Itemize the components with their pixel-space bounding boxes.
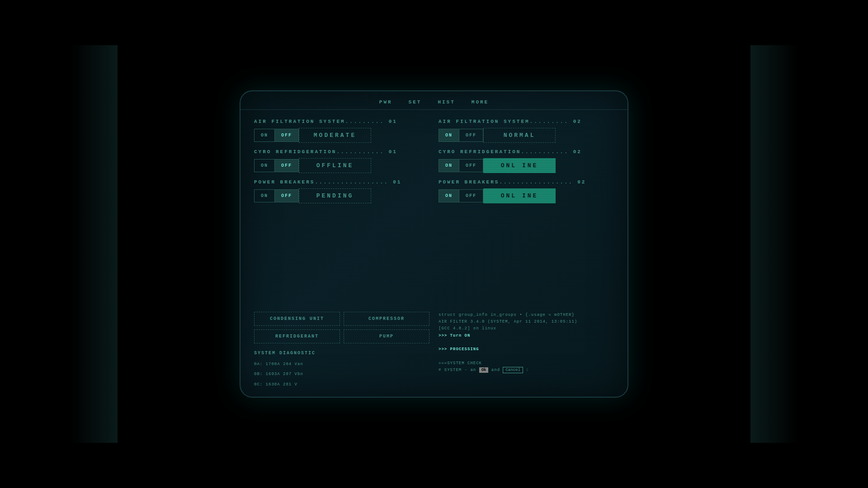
power-breakers-01: POWER BREAKERS................. 01 ON OF… <box>254 179 429 203</box>
terminal-line-5 <box>439 339 614 346</box>
cyro-refridgeration-01-off[interactable]: OFF <box>274 159 299 172</box>
side-panel-left <box>0 0 118 488</box>
air-filtration-02-off[interactable]: OFF <box>459 129 483 142</box>
air-filtration-02-on[interactable]: ON <box>439 129 459 142</box>
terminal-and: and <box>488 368 503 372</box>
compressor-btn[interactable]: COMPRESSOR <box>344 312 429 326</box>
power-breakers-02-status: ONL INE <box>483 188 556 203</box>
terminal-screen: PWR SET HIST MORE AIR FILTRATION SYSTEM.… <box>240 90 628 398</box>
power-breakers-02-title: POWER BREAKERS................. 02 <box>439 179 614 185</box>
power-breakers-02: POWER BREAKERS................. 02 ON OF… <box>439 179 614 203</box>
terminal-line-3: [GCC 4.8.2] on linux <box>439 325 614 332</box>
diagnostic-line-0: 0A: 1700A 284 Van <box>254 361 429 367</box>
refridgerant-btn[interactable]: REFRIDGERANT <box>254 329 340 343</box>
cyro-refridgeration-01-on[interactable]: ON <box>254 159 274 172</box>
power-breakers-01-controls: ON OFF PENDING <box>254 188 429 203</box>
diagnostic-title: SYSTEM DIAGNOSTIC <box>254 351 429 356</box>
bottom-left: CONDENSING UNIT COMPRESSOR REFRIDGERANT … <box>254 312 429 388</box>
nav-hist[interactable]: HIST <box>438 99 455 105</box>
air-filtration-02: AIR FILTRATION SYSTEM......... 02 ON OFF… <box>439 119 614 143</box>
air-filtration-01-off[interactable]: OFF <box>274 129 299 142</box>
terminal-line-9: # SYSTEM - an Ok and Cancel : <box>439 367 614 374</box>
air-filtration-02-status: NORMAL <box>483 128 556 143</box>
power-breakers-01-status: PENDING <box>299 188 371 203</box>
air-filtration-02-controls: ON OFF NORMAL <box>439 128 614 143</box>
air-filtration-01-status: MODERATE <box>299 128 371 143</box>
power-breakers-02-off[interactable]: OFF <box>459 189 483 202</box>
diagnostic-line-2: 0C: 1630A 281 V <box>254 381 429 388</box>
air-filtration-01-controls: ON OFF MODERATE <box>254 128 429 143</box>
cyro-refridgeration-01-status: OFFLINE <box>299 158 371 173</box>
cyro-refridgeration-02-status: ONL INE <box>483 158 556 173</box>
top-bar <box>0 0 868 45</box>
cyro-refridgeration-02-on[interactable]: ON <box>439 159 459 172</box>
terminal-log: struct group_info in_groups • {.usage = … <box>439 312 614 374</box>
cancel-button[interactable]: Cancel <box>503 367 523 373</box>
cyro-refridgeration-01: CYRO REFRIDGERATION........... 01 ON OFF… <box>254 149 429 173</box>
cyro-refridgeration-01-controls: ON OFF OFFLINE <box>254 158 429 173</box>
power-breakers-02-controls: ON OFF ONL INE <box>439 188 614 203</box>
power-breakers-01-off[interactable]: OFF <box>274 189 299 202</box>
right-column: AIR FILTRATION SYSTEM......... 02 ON OFF… <box>439 119 614 303</box>
nav-set[interactable]: SET <box>409 99 422 105</box>
cyro-refridgeration-01-title: CYRO REFRIDGERATION........... 01 <box>254 149 429 155</box>
terminal-system-pre: # SYSTEM - an <box>439 368 479 372</box>
bottom-bar <box>0 443 868 488</box>
condensing-unit-btn[interactable]: CONDENSING UNIT <box>254 312 340 326</box>
main-content: AIR FILTRATION SYSTEM......... 01 ON OFF… <box>241 110 627 312</box>
side-panel-right <box>750 0 868 488</box>
air-filtration-01-title: AIR FILTRATION SYSTEM......... 01 <box>254 119 429 124</box>
air-filtration-01: AIR FILTRATION SYSTEM......... 01 ON OFF… <box>254 119 429 143</box>
cyro-refridgeration-02-title: CYRO REFRIDGERATION........... 02 <box>439 149 614 155</box>
terminal-line-4: >>> Turn ON <box>439 333 614 339</box>
ok-button[interactable]: Ok <box>479 367 489 373</box>
left-column: AIR FILTRATION SYSTEM......... 01 ON OFF… <box>254 119 429 303</box>
scene: PWR SET HIST MORE AIR FILTRATION SYSTEM.… <box>0 0 868 488</box>
terminal-log-section: struct group_info in_groups • {.usage = … <box>439 312 614 388</box>
power-breakers-01-on[interactable]: ON <box>254 189 274 202</box>
terminal-line-6: >>> PROCESSING <box>439 346 614 353</box>
power-breakers-02-on[interactable]: ON <box>439 189 459 202</box>
pump-btn[interactable]: PUMP <box>344 329 429 343</box>
nav-bar: PWR SET HIST MORE <box>241 91 627 110</box>
air-filtration-02-title: AIR FILTRATION SYSTEM......... 02 <box>439 119 614 124</box>
cyro-refridgeration-02: CYRO REFRIDGERATION........... 02 ON OFF… <box>439 149 614 173</box>
diagnostic-line-1: 0B: 1693A 287 Vbn <box>254 371 429 377</box>
terminal-line-1: struct group_info in_groups • {.usage = … <box>439 312 614 319</box>
bottom-section: CONDENSING UNIT COMPRESSOR REFRIDGERANT … <box>241 312 627 397</box>
cyro-refridgeration-02-controls: ON OFF ONL INE <box>439 158 614 173</box>
air-filtration-01-on[interactable]: ON <box>254 129 274 142</box>
terminal-line-2: AIR FILTER 3.4.0 (SYSTEM, Apr 11 2014, 1… <box>439 319 614 325</box>
terminal-line-7 <box>439 353 614 360</box>
cyro-refridgeration-02-off[interactable]: OFF <box>459 159 483 172</box>
terminal-line-8: ===SYSTEM CHECK <box>439 360 614 367</box>
power-breakers-01-title: POWER BREAKERS................. 01 <box>254 179 429 185</box>
nav-pwr[interactable]: PWR <box>379 99 392 105</box>
component-grid: CONDENSING UNIT COMPRESSOR REFRIDGERANT … <box>254 312 429 343</box>
terminal-post: : <box>523 368 529 372</box>
nav-more[interactable]: MORE <box>472 99 489 105</box>
